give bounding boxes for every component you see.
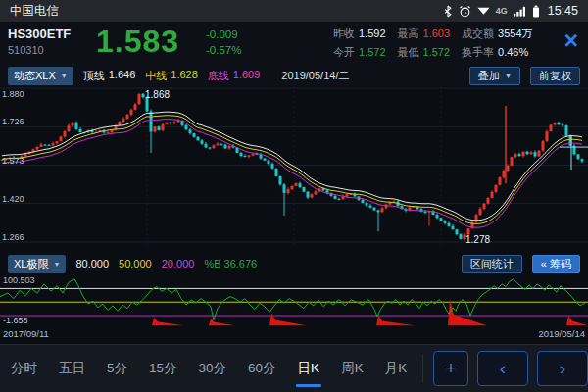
chevron-down-icon: ▼ [61,73,68,79]
low-stat: 最低1.572 [398,43,451,62]
param-50: 50.000 [119,258,152,270]
turnover-rate-stat: 换手率0.46% [462,43,532,62]
stock-code: 510310 [8,44,44,56]
percent-b-stat: %B 36.676 [204,258,257,270]
period-tab-9[interactable]: 月K [374,345,418,392]
price-change: -0.009 [206,26,241,42]
chevron-down-icon: ▼ [505,73,512,79]
quote-header: HS300ETF 510310 1.583 -0.009 -0.57% 昨收1.… [0,22,588,65]
tab-bar-buttons: + ‹ › [433,351,588,386]
top-line-stat: 顶线1.646 [83,69,136,83]
tab-bar-divider [422,354,423,383]
wifi-icon [477,6,490,16]
clock-time: 15:45 [548,4,578,18]
main-candlestick-chart[interactable]: 1.8801.7261.5731.4201.2661.8681.278 [0,86,588,253]
open-stat: 今开1.572 [333,43,386,62]
stock-name: HS300ETF [8,26,71,41]
svg-text:1.420: 1.420 [2,194,24,204]
svg-text:1.726: 1.726 [2,117,24,126]
period-tab-2[interactable]: 五日 [48,345,96,392]
range-end-date: 2019/05/14 [538,328,585,339]
date-range-row: 2017/09/11 2019/05/14 [0,328,588,339]
sub-indicator-toolbar: XL极限▼ 80.000 50.000 20.000 %B 36.676 区间统… [0,253,588,274]
range-start-date: 2017/09/11 [3,328,49,339]
turnover-stat: 成交额3554万 [462,24,532,43]
period-tab-3[interactable]: 5分 [96,345,138,392]
period-tabs: 分时五日5分15分30分60分日K周K月K周期◢ [0,345,422,392]
network-type-label: 4G [496,6,508,16]
signal-strength-icon [514,6,526,17]
cursor-date: 2019/05/14/二 [281,69,349,83]
add-button[interactable]: + [433,351,468,386]
sub-chart-max-label: 100.503 [3,275,35,285]
svg-text:1.868: 1.868 [145,89,170,100]
main-indicator-dropdown[interactable]: 动态XLX▼ [8,67,74,85]
mid-line-stat: 中线1.628 [145,69,198,83]
period-tab-4[interactable]: 15分 [138,345,188,392]
status-icons: 4G 15:45 [443,4,578,18]
svg-text:1.266: 1.266 [2,232,24,242]
indicator-toolbar: 动态XLX▼ 顶线1.646 中线1.628 底线1.609 2019/05/1… [0,65,588,86]
price-change-block: -0.009 -0.57% [206,26,241,58]
period-tab-6[interactable]: 60分 [237,345,287,392]
trading-app-screen: 中国电信 4G 15:45 [0,0,588,392]
high-stat: 最高1.603 [398,24,451,43]
chevron-down-icon: ▼ [53,261,60,268]
param-20: 20.000 [162,258,195,270]
sub-indicator-chart[interactable] [0,274,588,328]
overlay-button[interactable]: 叠加▼ [469,67,520,85]
period-tab-7[interactable]: 日K [287,345,331,392]
alarm-clock-icon [459,5,471,18]
period-tab-8[interactable]: 周K [330,345,374,392]
next-stock-button[interactable]: › [537,351,588,386]
battery-icon [532,5,540,18]
adjust-mode-button[interactable]: 前复权 [530,67,580,85]
quote-stats: 昨收1.592 最高1.603 成交额3554万 今开1.572 最低1.572… [333,24,533,62]
period-tab-bar: 分时五日5分15分30分60分日K周K月K周期◢ + ‹ › [0,344,588,392]
prev-stock-button[interactable]: ‹ [477,351,528,386]
sub-chart-min-label: -1.658 [3,316,28,325]
param-80: 80.000 [75,258,109,270]
prev-close-stat: 昨收1.592 [333,24,386,43]
svg-text:1.880: 1.880 [2,89,24,99]
period-tab-10[interactable]: 周期◢ [417,345,422,392]
svg-text:1.278: 1.278 [466,234,490,245]
close-icon[interactable]: × [564,28,578,53]
last-price: 1.583 [96,24,179,60]
period-tab-1[interactable]: 分时 [0,345,48,392]
status-bar: 中国电信 4G 15:45 [0,0,588,22]
period-tab-5[interactable]: 30分 [188,345,238,392]
svg-text:1.573: 1.573 [2,156,24,166]
chip-distribution-button[interactable]: « 筹码 [532,255,580,273]
bottom-line-stat: 底线1.609 [208,69,261,83]
price-change-pct: -0.57% [206,42,241,58]
bluetooth-icon [443,5,453,18]
range-statistics-button[interactable]: 区间统计 [462,255,522,273]
sub-indicator-dropdown[interactable]: XL极限▼ [8,255,66,273]
carrier-label: 中国电信 [10,3,59,20]
